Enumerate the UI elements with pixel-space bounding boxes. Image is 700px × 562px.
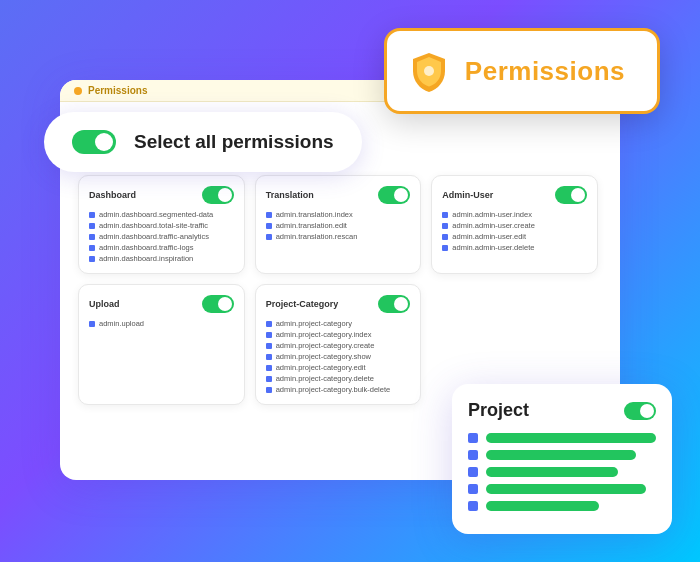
- project-item-1: [468, 433, 656, 443]
- perm-card-translation: Translation admin.translation.index admi…: [255, 175, 422, 274]
- perm-card-upload: Upload admin.upload: [78, 284, 245, 405]
- select-all-row[interactable]: Select all permissions: [44, 112, 362, 172]
- translation-title: Translation: [266, 190, 314, 200]
- project-toggle[interactable]: [624, 402, 656, 420]
- select-all-toggle[interactable]: [72, 130, 116, 154]
- admin-user-title: Admin-User: [442, 190, 493, 200]
- project-card: Project: [452, 384, 672, 534]
- project-item-3: [468, 467, 656, 477]
- dashboard-toggle[interactable]: [202, 186, 234, 204]
- select-all-label: Select all permissions: [134, 131, 334, 153]
- upload-title: Upload: [89, 299, 120, 309]
- perm-card-admin-user: Admin-User admin.admin-user.index admin.…: [431, 175, 598, 274]
- project-item-5: [468, 501, 656, 511]
- project-card-header: Project: [468, 400, 656, 421]
- project-card-title: Project: [468, 400, 529, 421]
- permissions-grid: Dashboard admin.dashboard.segmented-data…: [78, 175, 598, 405]
- main-panel-header-label: Permissions: [88, 85, 147, 96]
- project-category-toggle[interactable]: [378, 295, 410, 313]
- svg-point-0: [424, 66, 434, 76]
- project-category-title: Project-Category: [266, 299, 339, 309]
- permissions-title-card: Permissions: [384, 28, 660, 114]
- perm-card-project-category: Project-Category admin.project-category …: [255, 284, 422, 405]
- upload-toggle[interactable]: [202, 295, 234, 313]
- project-item-2: [468, 450, 656, 460]
- shield-icon: [407, 49, 451, 93]
- project-item-4: [468, 484, 656, 494]
- translation-toggle[interactable]: [378, 186, 410, 204]
- admin-user-toggle[interactable]: [555, 186, 587, 204]
- dashboard-title: Dashboard: [89, 190, 136, 200]
- permissions-title: Permissions: [465, 56, 625, 87]
- perm-card-dashboard: Dashboard admin.dashboard.segmented-data…: [78, 175, 245, 274]
